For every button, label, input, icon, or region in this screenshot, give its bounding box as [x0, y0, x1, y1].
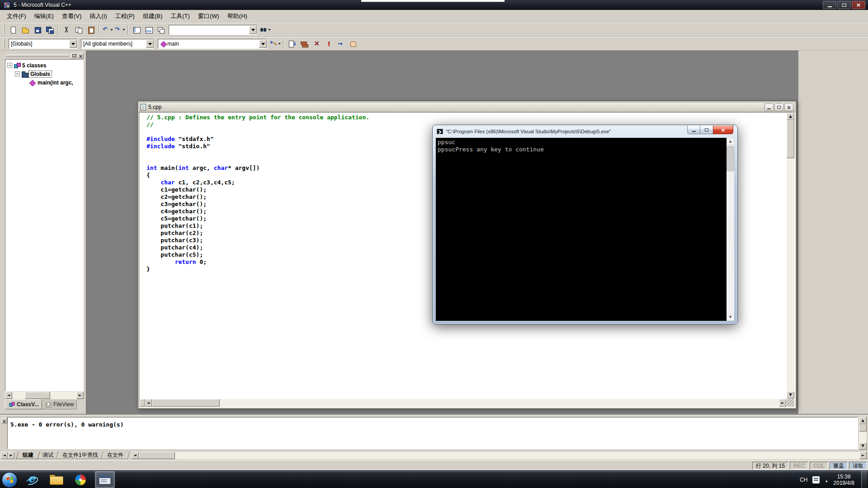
class-tree[interactable]: 5 classesGlobalsmain(int argc, — [5, 59, 84, 391]
menu-item-6[interactable]: 工具(T) — [166, 10, 194, 22]
scroll-track[interactable] — [859, 424, 867, 442]
clock[interactable]: 15:38 2019/4/8 — [833, 474, 854, 486]
scroll-track[interactable] — [139, 452, 859, 459]
save-button[interactable] — [32, 24, 43, 35]
minimize-button[interactable] — [823, 1, 836, 9]
dropdown-arrow-icon[interactable] — [146, 40, 154, 48]
wizard-actions-button[interactable] — [269, 38, 281, 49]
tree-label[interactable]: Globals — [28, 70, 52, 78]
output-vscrollbar[interactable] — [859, 417, 867, 450]
tray-expand-button[interactable] — [825, 476, 828, 484]
scroll-up-button[interactable] — [787, 113, 794, 120]
tree-expander-icon[interactable] — [7, 63, 12, 68]
scroll-thumb[interactable] — [25, 392, 50, 399]
dropdown-arrow-icon[interactable] — [69, 40, 77, 48]
scroll-track[interactable] — [152, 399, 779, 407]
editor-hscrollbar[interactable] — [140, 399, 786, 407]
file-explorer[interactable] — [46, 471, 66, 488]
output-tabs-scroll-left-button[interactable] — [1, 452, 8, 459]
console-close-button[interactable] — [713, 126, 733, 134]
close-button[interactable] — [852, 1, 865, 9]
build-button[interactable] — [298, 38, 310, 49]
language-indicator[interactable]: CH — [800, 477, 807, 483]
scroll-track[interactable] — [12, 392, 76, 399]
scroll-track[interactable] — [787, 120, 794, 391]
scroll-track[interactable] — [726, 145, 734, 314]
undo-button[interactable] — [102, 24, 113, 35]
scroll-left-button[interactable] — [145, 399, 152, 407]
menu-item-5[interactable]: 组建(B) — [139, 10, 166, 22]
workspace-tab-classview[interactable]: ClassV... — [5, 399, 42, 409]
function-combo[interactable]: main — [158, 39, 267, 49]
dropdown-caret-icon[interactable] — [268, 29, 271, 31]
redo-button[interactable] — [114, 24, 125, 35]
scroll-right-button[interactable] — [76, 392, 84, 399]
dropdown-arrow-icon[interactable] — [259, 40, 267, 48]
console-window[interactable]: "C:\Program Files (x86)\Microsoft Visual… — [432, 125, 738, 324]
show-desktop-button[interactable] — [861, 471, 867, 488]
scroll-left-button[interactable] — [132, 452, 139, 459]
editor-close-button[interactable] — [784, 103, 793, 111]
save-all-button[interactable] — [44, 24, 55, 35]
dropdown-arrow-icon[interactable] — [249, 26, 257, 34]
drag-grip[interactable] — [6, 54, 69, 57]
toolbar-grip[interactable] — [3, 39, 5, 48]
output-body[interactable]: 5.exe - 0 error(s), 0 warning(s) — [7, 417, 858, 449]
tree-expander-icon[interactable] — [15, 71, 20, 76]
split-box[interactable] — [140, 399, 145, 407]
editor-maximize-button[interactable] — [774, 103, 783, 111]
ime-icon[interactable] — [812, 476, 820, 483]
scroll-left-button[interactable] — [5, 392, 12, 399]
menu-item-1[interactable]: 编辑(E) — [30, 10, 58, 22]
workspace-close-button[interactable] — [78, 53, 84, 58]
editor-vscrollbar[interactable] — [787, 113, 794, 399]
scroll-thumb[interactable] — [787, 120, 794, 158]
tree-item-2[interactable]: main(int argc, — [5, 78, 83, 87]
scroll-thumb[interactable] — [139, 452, 175, 459]
output-tab-3[interactable]: 在文件 — [100, 451, 130, 459]
tree-label[interactable]: 5 classes — [21, 62, 47, 69]
execute-program-button[interactable] — [323, 38, 334, 49]
paste-button[interactable] — [85, 24, 96, 35]
scroll-down-button[interactable] — [859, 442, 867, 450]
dropdown-caret-icon[interactable] — [110, 29, 113, 31]
scroll-right-button[interactable] — [779, 399, 786, 407]
output-pane-button[interactable] — [143, 24, 154, 35]
output-hscrollbar[interactable] — [132, 452, 867, 459]
workspace-pane-button[interactable] — [131, 24, 142, 35]
cut-button[interactable] — [61, 24, 72, 35]
go-debug-button[interactable] — [335, 38, 346, 49]
console-maximize-button[interactable] — [700, 126, 713, 134]
find-combo[interactable] — [169, 25, 257, 35]
media-app[interactable] — [71, 471, 90, 488]
start-button[interactable] — [2, 472, 17, 488]
editor-minimize-button[interactable] — [764, 103, 774, 111]
menu-item-2[interactable]: 查看(V) — [58, 10, 85, 22]
workspace-dock-button[interactable] — [71, 53, 77, 58]
menu-item-0[interactable]: 文件(F) — [3, 10, 30, 22]
new-file-button[interactable] — [7, 24, 19, 35]
resize-grip[interactable] — [787, 399, 794, 407]
dropdown-caret-icon[interactable] — [278, 43, 281, 45]
internet-explorer[interactable] — [22, 471, 42, 488]
menu-item-3[interactable]: 插入(I) — [85, 10, 111, 22]
scroll-thumb[interactable] — [726, 146, 734, 171]
output-tabs-scroll-right-button[interactable] — [8, 452, 14, 459]
toggle-breakpoint-button[interactable] — [347, 38, 359, 49]
menu-item-7[interactable]: 窗口(W) — [194, 10, 223, 22]
console-minimize-button[interactable] — [687, 126, 700, 134]
output-tab-0[interactable]: 组建 — [16, 451, 40, 459]
scroll-right-button[interactable] — [859, 452, 867, 459]
toolbar-grip[interactable] — [3, 25, 5, 34]
scroll-thumb[interactable] — [152, 399, 220, 407]
scroll-down-button[interactable] — [787, 391, 794, 399]
scroll-up-button[interactable] — [726, 138, 734, 145]
compile-button[interactable] — [286, 38, 297, 49]
visual-cpp-window[interactable] — [95, 471, 115, 488]
tree-label[interactable]: main(int argc, — [36, 80, 75, 86]
output-close-button[interactable] — [1, 418, 7, 423]
dropdown-caret-icon[interactable] — [123, 29, 125, 31]
console-client[interactable]: ppsucppsucPress any key to continue — [436, 138, 734, 321]
tree-item-1[interactable]: Globals — [5, 70, 83, 78]
scroll-up-button[interactable] — [859, 417, 867, 424]
